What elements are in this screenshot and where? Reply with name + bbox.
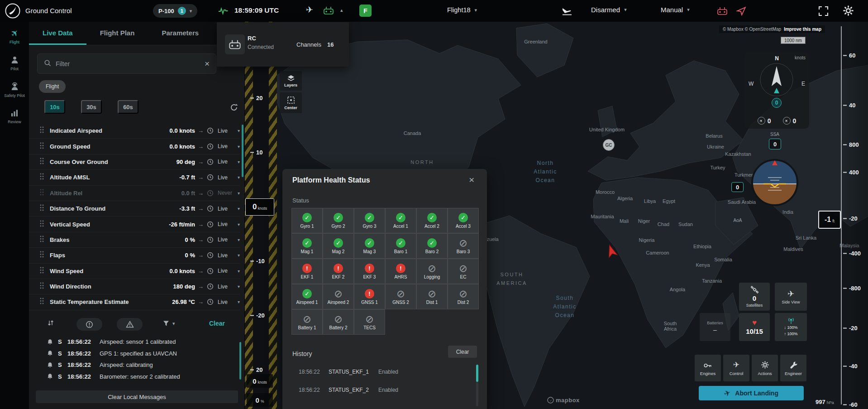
telemetry-row-vertical-speed[interactable]: Vertical Speed-26 ft/min→Live▾ xyxy=(29,217,240,232)
sidebar-item-flight[interactable]: ✈Flight xyxy=(0,28,29,45)
warning-filter-button[interactable] xyxy=(117,318,143,331)
settings-gear-icon[interactable] xyxy=(843,5,854,18)
tick-mark xyxy=(843,105,847,106)
radio-link-button[interactable]: ↓ 100% ↑ 100% xyxy=(775,313,807,341)
chevron-down-icon[interactable]: ▾ xyxy=(238,269,240,274)
tab-live-data[interactable]: Live Data xyxy=(29,22,86,45)
time-range-10s[interactable]: 10s xyxy=(44,100,65,114)
drag-handle-icon[interactable] xyxy=(40,298,50,306)
chevron-down-icon[interactable]: ▾ xyxy=(238,144,240,149)
drag-handle-icon[interactable] xyxy=(40,236,50,244)
sidebar-item-pilot[interactable]: Pilot xyxy=(0,55,29,72)
clear-filter-icon[interactable]: × xyxy=(205,59,210,68)
history-clear-button[interactable]: Clear xyxy=(448,346,477,358)
mode-select[interactable]: Manual ▾ xyxy=(661,6,690,14)
abort-landing-button[interactable]: ✈ Abort Landing xyxy=(699,386,804,400)
search-box[interactable]: × xyxy=(37,53,216,74)
satellites-button[interactable]: 0 Satellites xyxy=(739,283,770,311)
tab-parameters[interactable]: Parameters xyxy=(148,22,212,45)
geofence-badge[interactable]: F xyxy=(359,5,372,17)
drag-handle-icon[interactable] xyxy=(40,282,50,291)
ground-control-marker[interactable]: GC xyxy=(603,139,615,151)
clear-local-messages-button[interactable]: Clear Local Messages xyxy=(36,390,238,403)
drag-handle-icon[interactable] xyxy=(40,267,50,275)
close-icon[interactable]: × xyxy=(469,174,474,185)
tab-flight-plan[interactable]: Flight Plan xyxy=(86,22,148,45)
layers-button[interactable]: Layers xyxy=(280,71,302,91)
fullscreen-icon[interactable] xyxy=(818,6,829,18)
chevron-down-icon[interactable]: ▾ xyxy=(238,253,240,258)
error-filter-button[interactable] xyxy=(76,318,102,331)
refresh-icon[interactable] xyxy=(230,103,238,113)
chevron-up-icon[interactable]: ▴ xyxy=(340,7,343,13)
landing-icon[interactable] xyxy=(561,6,573,18)
handoff-alert-icon[interactable] xyxy=(736,6,746,18)
drag-handle-icon[interactable] xyxy=(40,204,50,213)
filter-input[interactable] xyxy=(56,60,200,67)
drag-handle-icon[interactable] xyxy=(40,251,50,260)
status-off-icon: ⊘ xyxy=(427,264,437,273)
sort-icon[interactable] xyxy=(47,320,54,328)
clear-messages-button[interactable]: Clear xyxy=(209,320,225,327)
aircraft-link-icon[interactable]: ✈ xyxy=(306,5,313,15)
action-button-engines[interactable]: Engines xyxy=(695,355,721,381)
history-scrollbar[interactable] xyxy=(476,365,478,382)
drag-handle-icon[interactable] xyxy=(40,126,50,135)
action-button-engineer[interactable]: Engineer xyxy=(780,355,806,381)
link-health-button[interactable]: ♥ 10/15 xyxy=(739,313,770,341)
message-filter-dropdown[interactable]: ▾ xyxy=(163,320,175,327)
drag-handle-icon[interactable] xyxy=(40,142,50,151)
action-button-control[interactable]: ✈Control xyxy=(723,355,749,381)
batteries-box[interactable]: Batteries – xyxy=(700,313,730,341)
drag-handle-icon[interactable] xyxy=(40,220,50,229)
chevron-down-icon[interactable]: ▾ xyxy=(238,175,240,180)
time-range-buttons: 10s30s60s xyxy=(44,100,138,114)
vehicle-select[interactable]: P-100 1 ▾ xyxy=(153,4,197,18)
time-range-60s[interactable]: 60s xyxy=(118,100,138,114)
telemetry-row-altitude-amsl[interactable]: Altitude AMSL-0.7 ft→Live▾ xyxy=(29,170,240,185)
bell-icon xyxy=(47,339,54,345)
improve-map-link[interactable]: Improve this map xyxy=(784,27,821,32)
telemetry-row-brakes[interactable]: Brakes0 %→Live▾ xyxy=(29,232,240,248)
telemetry-row-ground-speed[interactable]: Ground Speed0.0 knots→Live▾ xyxy=(29,139,240,154)
telemetry-row-static-temperature-estimate[interactable]: Static Temperature Estimate26.98 °C→Live… xyxy=(29,294,240,310)
action-button-actions[interactable]: Actions xyxy=(752,355,778,381)
telemetry-row-distance-to-ground[interactable]: Distance To Ground-3.3 ft→Live▾ xyxy=(29,201,240,217)
chevron-down-icon[interactable]: ▾ xyxy=(238,159,240,164)
telemetry-row-wind-direction[interactable]: Wind Direction180 deg→Live▾ xyxy=(29,279,240,294)
sidebar-item-review[interactable]: Review xyxy=(0,108,29,125)
telemetry-row-altitude-rel[interactable]: Altitude Rel0.0 ft→Never▾ xyxy=(29,186,240,201)
status-tile-airspeed-1: ✓Airspeed 1 xyxy=(291,284,323,309)
hud-actions-row: Engines✈ControlActionsEngineer xyxy=(695,355,807,381)
chevron-down-icon[interactable]: ▾ xyxy=(238,237,240,242)
arm-state-select[interactable]: Disarmed ▾ xyxy=(591,6,627,14)
side-view-button[interactable]: ✈ Side View xyxy=(775,283,807,311)
filter-chip[interactable]: Flight xyxy=(39,80,66,93)
messages-scrollbar[interactable] xyxy=(239,342,241,380)
telemetry-row-wind-speed[interactable]: Wind Speed0.0 knots→Live▾ xyxy=(29,264,240,279)
chevron-down-icon[interactable]: ▾ xyxy=(238,191,240,196)
telemetry-row-course-over-ground[interactable]: Course Over Ground90 deg→Live▾ xyxy=(29,154,240,170)
tick-mark xyxy=(250,369,254,370)
app-logo-icon[interactable] xyxy=(5,3,21,19)
flight-select[interactable]: Flight18 ▾ xyxy=(447,6,477,14)
telemetry-row-indicated-airspeed[interactable]: Indicated Airspeed0.0 knots→Live▾ xyxy=(29,123,240,139)
drag-handle-icon[interactable] xyxy=(40,173,50,182)
aircraft-marker[interactable] xyxy=(604,243,619,260)
center-button[interactable]: Center xyxy=(280,92,302,113)
drag-handle-icon[interactable] xyxy=(40,189,50,197)
chevron-down-icon[interactable]: ▾ xyxy=(238,284,240,289)
rc-alert-icon[interactable] xyxy=(717,6,728,18)
telemetry-scrollbar[interactable] xyxy=(242,125,243,177)
history-clock-icon xyxy=(207,159,218,165)
map-label-united-kingdom: United Kingdom xyxy=(589,127,625,132)
chevron-down-icon[interactable]: ▾ xyxy=(238,128,240,133)
chevron-down-icon[interactable]: ▾ xyxy=(238,206,240,211)
rc-link-icon[interactable] xyxy=(323,5,334,17)
chevron-down-icon[interactable]: ▾ xyxy=(238,222,240,227)
time-range-30s[interactable]: 30s xyxy=(81,100,102,114)
sidebar-item-safety-pilot[interactable]: Safety Pilot xyxy=(0,82,29,98)
chevron-down-icon[interactable]: ▾ xyxy=(238,299,240,304)
drag-handle-icon[interactable] xyxy=(40,158,50,166)
telemetry-row-flaps[interactable]: Flaps0 %→Live▾ xyxy=(29,248,240,263)
